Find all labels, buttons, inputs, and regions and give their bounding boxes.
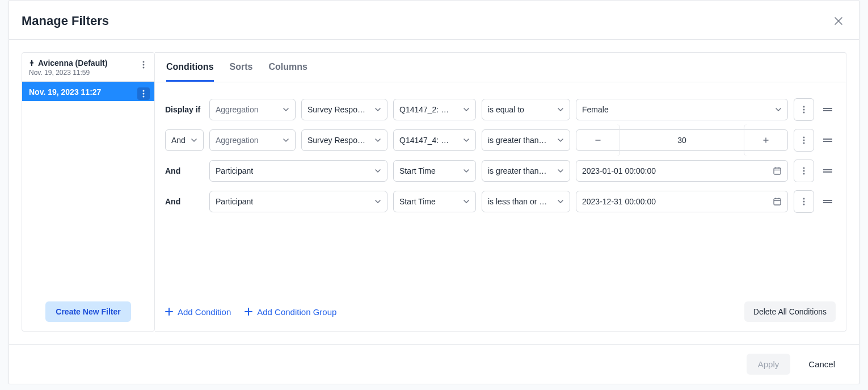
select-value: Q14147_2: … (399, 105, 460, 114)
condition-select[interactable]: Survey Respo… (301, 129, 387, 151)
condition-select[interactable]: Aggregation (209, 99, 296, 120)
svg-point-1 (143, 64, 145, 66)
dialog-header: Manage Filters (9, 1, 859, 39)
select-value: Q14147_4: … (399, 136, 460, 145)
condition-select[interactable]: is greater than… (482, 129, 570, 151)
select-value: Female (582, 105, 772, 114)
row-drag-handle[interactable] (820, 99, 836, 120)
tab-columns[interactable]: Columns (268, 53, 307, 82)
sidebar-filter-item[interactable]: Nov. 19, 2023 11:27 (22, 82, 154, 101)
select-value: is greater than… (488, 136, 554, 145)
row-drag-handle[interactable] (820, 191, 836, 212)
chevron-down-icon (463, 167, 470, 174)
tab-sorts[interactable]: Sorts (230, 53, 253, 82)
chevron-down-icon (374, 198, 381, 205)
condition-select[interactable]: Female (576, 99, 788, 120)
row-menu-button[interactable] (794, 160, 814, 182)
chevron-down-icon (283, 137, 289, 144)
condition-select[interactable]: Aggregation (209, 129, 296, 151)
sidebar-footer: Create New Filter (22, 292, 154, 331)
condition-row: AndParticipantStart Timeis greater than…… (165, 160, 836, 182)
dialog-body: Avicenna (Default)Nov. 19, 2023 11:59Nov… (9, 40, 859, 344)
select-value: Survey Respo… (307, 105, 371, 114)
condition-select[interactable]: Participant (209, 160, 387, 182)
row-drag-handle[interactable] (820, 160, 836, 182)
condition-row: AndParticipantStart Timeis less than or … (165, 190, 836, 213)
filter-item-menu-button[interactable] (137, 58, 150, 71)
condition-select[interactable]: is less than or … (482, 191, 570, 212)
tab-conditions[interactable]: Conditions (166, 53, 214, 82)
condition-select[interactable]: Participant (209, 191, 387, 212)
svg-rect-28 (774, 199, 781, 205)
main-panel: ConditionsSortsColumns Display ifAggrega… (155, 52, 846, 332)
svg-point-6 (803, 106, 805, 108)
chevron-down-icon (463, 106, 470, 113)
row-drag-handle[interactable] (820, 129, 836, 151)
select-value: Participant (216, 197, 371, 206)
logic-operator-select[interactable]: And (165, 129, 204, 151)
select-value: is equal to (488, 105, 554, 114)
filter-item-menu-button[interactable] (137, 87, 150, 100)
svg-rect-19 (774, 168, 781, 174)
minus-icon (595, 137, 601, 144)
svg-point-7 (803, 109, 805, 111)
date-input[interactable]: 2023-12-31 00:00:00 (576, 191, 788, 212)
svg-point-25 (803, 173, 805, 175)
condition-select[interactable]: Q14147_2: … (393, 99, 476, 120)
plus-icon (165, 308, 173, 316)
apply-button[interactable]: Apply (747, 354, 791, 375)
add-condition-group-button[interactable]: Add Condition Group (245, 307, 336, 317)
chevron-down-icon (557, 167, 564, 174)
date-input[interactable]: 2023-01-01 00:00:00 (576, 160, 788, 182)
calendar-icon (773, 197, 782, 206)
condition-select[interactable]: Q14147_4: … (393, 129, 476, 151)
chevron-down-icon (463, 137, 470, 144)
chevron-down-icon (775, 106, 782, 113)
row-menu-button[interactable] (794, 190, 814, 213)
svg-point-2 (143, 67, 145, 69)
number-decrement-button[interactable] (576, 124, 620, 156)
logic-operator-value: And (171, 136, 187, 145)
condition-select[interactable]: Survey Respo… (301, 99, 387, 120)
filters-sidebar: Avicenna (Default)Nov. 19, 2023 11:59Nov… (22, 52, 155, 332)
close-button[interactable] (831, 13, 846, 29)
cancel-button[interactable]: Cancel (797, 354, 846, 375)
manage-filters-dialog: Manage Filters Avicenna (Default)Nov. 19… (9, 0, 859, 384)
kebab-icon (803, 167, 805, 175)
condition-select[interactable]: Start Time (393, 191, 476, 212)
dialog-title: Manage Filters (22, 14, 109, 28)
row-menu-button[interactable] (794, 129, 814, 152)
svg-point-33 (803, 201, 805, 203)
svg-point-4 (143, 93, 145, 95)
date-value: 2023-12-31 00:00:00 (582, 197, 656, 206)
create-new-filter-button[interactable]: Create New Filter (45, 301, 130, 322)
sidebar-filter-item[interactable]: Avicenna (Default)Nov. 19, 2023 11:59 (22, 53, 154, 82)
add-condition-group-label: Add Condition Group (257, 307, 336, 317)
pin-icon (29, 60, 35, 66)
condition-prefix-label: And (165, 197, 204, 206)
condition-select[interactable]: is greater than… (482, 160, 570, 182)
plus-icon (762, 137, 769, 144)
chevron-down-icon (557, 137, 564, 144)
close-icon (835, 17, 842, 25)
svg-point-32 (803, 198, 805, 200)
condition-select[interactable]: is equal to (482, 99, 570, 120)
row-menu-button[interactable] (794, 98, 814, 121)
delete-all-conditions-button[interactable]: Delete All Conditions (744, 301, 836, 322)
number-input[interactable]: 30 (576, 129, 788, 151)
svg-point-8 (803, 112, 805, 114)
number-increment-button[interactable] (744, 124, 787, 156)
conditions-panel: Display ifAggregationSurvey Respo…Q14147… (155, 82, 846, 292)
svg-point-15 (803, 140, 805, 141)
conditions-footer: Add Condition Add Condition Group Delete… (155, 292, 846, 331)
select-value: Start Time (399, 197, 460, 206)
add-condition-button[interactable]: Add Condition (165, 307, 231, 317)
chevron-down-icon (463, 198, 470, 205)
select-value: Start Time (399, 166, 460, 175)
chevron-down-icon (557, 106, 564, 113)
svg-point-0 (143, 61, 145, 63)
calendar-icon (773, 166, 782, 175)
condition-select[interactable]: Start Time (393, 160, 476, 182)
chevron-down-icon (283, 106, 289, 113)
drag-handle-icon (823, 199, 832, 204)
